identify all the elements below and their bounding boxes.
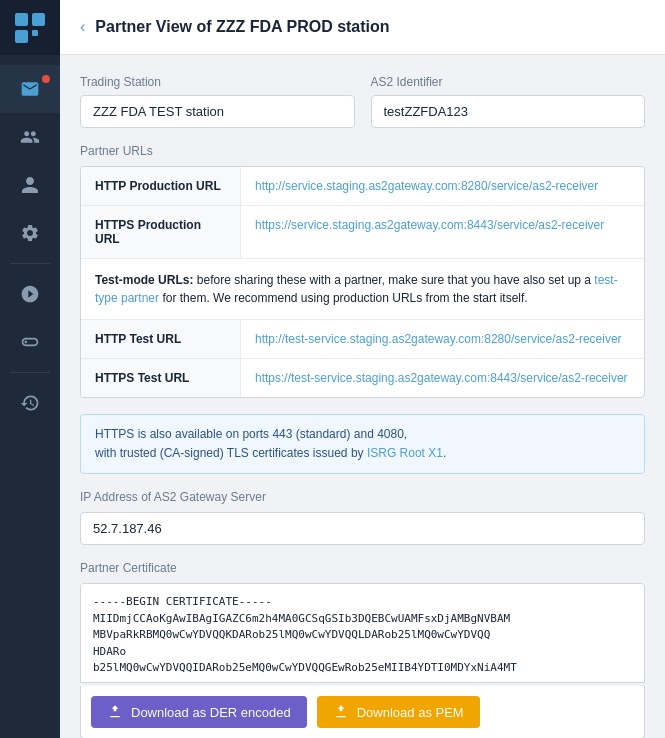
plugin-icon: [20, 332, 40, 352]
main-content: ‹ Partner View of ZZZ FDA PROD station T…: [60, 0, 665, 738]
as2-identifier-label: AS2 Identifier: [371, 75, 646, 89]
page-header: ‹ Partner View of ZZZ FDA PROD station: [60, 0, 665, 55]
partners-icon: [20, 127, 40, 147]
sidebar-divider-2: [10, 372, 50, 373]
svg-rect-1: [32, 13, 45, 26]
info-box: HTTPS is also available on ports 443 (st…: [80, 414, 645, 474]
profile-icon: [20, 175, 40, 195]
team-icon: [20, 284, 40, 304]
http-production-row: HTTP Production URL http://service.stagi…: [81, 167, 644, 206]
trading-station-label: Trading Station: [80, 75, 355, 89]
sidebar-item-mail[interactable]: [0, 65, 60, 113]
http-test-value[interactable]: http://test-service.staging.as2gateway.c…: [241, 320, 644, 358]
https-test-row: HTTPS Test URL https://test-service.stag…: [81, 359, 644, 397]
top-form-row: Trading Station AS2 Identifier: [80, 75, 645, 128]
ip-section: IP Address of AS2 Gateway Server 52.7.18…: [80, 490, 645, 545]
trading-station-group: Trading Station: [80, 75, 355, 128]
sidebar-item-settings[interactable]: [0, 209, 60, 257]
sidebar: [0, 0, 60, 738]
download-der-button[interactable]: Download as DER encoded: [91, 696, 307, 728]
ip-value: 52.7.187.46: [80, 512, 645, 545]
certificate-textarea[interactable]: -----BEGIN CERTIFICATE----- MIIDmjCCAoKg…: [80, 583, 645, 683]
sidebar-logo: [0, 0, 60, 55]
as2-identifier-input[interactable]: [371, 95, 646, 128]
sidebar-item-plugin[interactable]: [0, 318, 60, 366]
sidebar-item-team[interactable]: [0, 270, 60, 318]
sidebar-item-profile[interactable]: [0, 161, 60, 209]
app-logo-icon: [13, 11, 47, 45]
test-mode-notice: Test-mode URLs: before sharing these wit…: [81, 259, 644, 320]
http-production-value[interactable]: http://service.staging.as2gateway.com:82…: [241, 167, 644, 205]
download-bar: Download as DER encoded Download as PEM: [80, 686, 645, 738]
as2-identifier-group: AS2 Identifier: [371, 75, 646, 128]
settings-icon: [20, 223, 40, 243]
back-button[interactable]: ‹: [80, 18, 85, 36]
partner-urls-label: Partner URLs: [80, 144, 645, 158]
sidebar-navigation: [0, 55, 60, 427]
sidebar-item-partners[interactable]: [0, 113, 60, 161]
page-content: Trading Station AS2 Identifier Partner U…: [60, 55, 665, 738]
download-der-icon: [107, 704, 123, 720]
sidebar-item-history[interactable]: [0, 379, 60, 427]
svg-rect-2: [15, 30, 28, 43]
https-test-label: HTTPS Test URL: [81, 359, 241, 397]
history-icon: [20, 393, 40, 413]
https-test-value[interactable]: https://test-service.staging.as2gateway.…: [241, 359, 644, 397]
http-test-row: HTTP Test URL http://test-service.stagin…: [81, 320, 644, 359]
trading-station-input[interactable]: [80, 95, 355, 128]
partner-urls-table: HTTP Production URL http://service.stagi…: [80, 166, 645, 398]
download-pem-icon: [333, 704, 349, 720]
http-test-label: HTTP Test URL: [81, 320, 241, 358]
isrg-root-link[interactable]: ISRG Root X1: [367, 446, 443, 460]
notice-bold: Test-mode URLs:: [95, 273, 193, 287]
svg-rect-3: [32, 30, 38, 36]
certificate-section: Partner Certificate -----BEGIN CERTIFICA…: [80, 561, 645, 738]
svg-rect-0: [15, 13, 28, 26]
sidebar-divider: [10, 263, 50, 264]
https-production-value[interactable]: https://service.staging.as2gateway.com:8…: [241, 206, 644, 258]
download-pem-button[interactable]: Download as PEM: [317, 696, 480, 728]
https-production-row: HTTPS Production URL https://service.sta…: [81, 206, 644, 259]
ip-label: IP Address of AS2 Gateway Server: [80, 490, 645, 504]
http-production-label: HTTP Production URL: [81, 167, 241, 205]
mail-icon: [20, 79, 40, 99]
certificate-label: Partner Certificate: [80, 561, 645, 575]
https-production-label: HTTPS Production URL: [81, 206, 241, 258]
page-title: Partner View of ZZZ FDA PROD station: [95, 18, 389, 36]
